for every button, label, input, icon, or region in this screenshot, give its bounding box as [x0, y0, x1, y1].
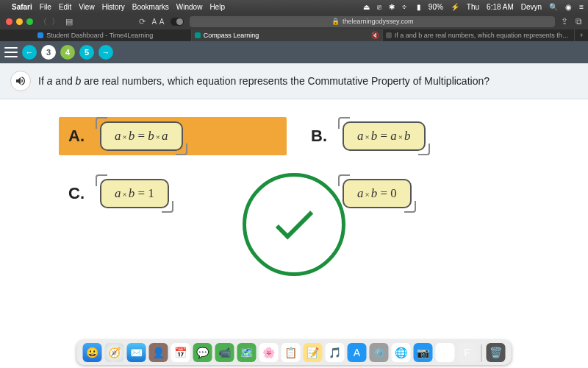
browser-toolbar: 〈 〉 ▤ ⟳ A A 🔒 thelearningodyssey.com ⇪ ⧉ — [0, 13, 588, 29]
bracket-corner-icon — [96, 117, 107, 129]
close-window-button[interactable] — [6, 18, 12, 25]
nav-prev-button[interactable]: ← — [22, 45, 37, 60]
menu-view[interactable]: View — [79, 3, 95, 11]
menu-window[interactable]: Window — [176, 3, 203, 11]
dock-app-itunes[interactable]: 🎵 — [326, 343, 345, 362]
nav-step-5[interactable]: 5 — [79, 45, 94, 60]
tab-search-result[interactable]: If a and b are real numbers, which equat… — [383, 29, 575, 41]
url-text: thelearningodyssey.com — [343, 18, 413, 25]
dock-app-contacts[interactable]: 👤 — [149, 343, 168, 362]
choice-letter: C. — [66, 184, 87, 203]
dock-trash[interactable]: 🗑️ — [487, 343, 506, 362]
dock-app-word[interactable]: W — [436, 343, 455, 362]
bracket-corner-icon — [404, 201, 416, 213]
bluetooth-icon[interactable]: ✱ — [389, 3, 395, 11]
dock-separator — [481, 344, 482, 362]
favicon-icon — [37, 32, 43, 38]
dock-app-appstore[interactable]: A — [348, 343, 367, 362]
checkmark-icon — [268, 199, 320, 250]
address-bar[interactable]: 🔒 thelearningodyssey.com — [190, 16, 555, 27]
equation-box: a×b = 0 — [343, 179, 412, 208]
tabs-icon[interactable]: ⧉ — [576, 16, 582, 26]
window-controls — [6, 18, 33, 25]
text-size-control[interactable]: A A — [151, 18, 165, 26]
dock-app-chrome[interactable]: 🌐 — [392, 343, 411, 362]
read-aloud-button[interactable] — [10, 71, 31, 91]
tab-label: Student Dashboard - Time4Learning — [46, 32, 153, 39]
question-bar: If a and b are real numbers, which equat… — [0, 63, 588, 99]
menu-user[interactable]: Devyn — [521, 3, 542, 11]
bracket-corner-icon — [338, 117, 350, 129]
dock-app-font[interactable]: F — [458, 343, 477, 362]
reader-toggle[interactable] — [171, 18, 184, 26]
menu-file[interactable]: File — [40, 3, 51, 11]
choice-B[interactable]: B. a×b = a×b — [301, 117, 529, 155]
dock-app-photos[interactable]: 🌸 — [259, 343, 279, 362]
bracket-corner-icon — [96, 174, 107, 186]
dock-app-settings[interactable]: ⚙️ — [370, 343, 389, 362]
question-text: If a and b are real numbers, which equat… — [38, 75, 490, 87]
airplay-icon[interactable]: ⏏ — [363, 3, 370, 11]
choice-letter: B. — [309, 127, 329, 146]
reload-icon[interactable]: ⟳ — [139, 17, 146, 26]
dock-app-mail[interactable]: ✉️ — [127, 343, 146, 362]
bracket-corner-icon — [176, 144, 187, 155]
maximize-window-button[interactable] — [26, 18, 33, 25]
menu-time: 6:18 AM — [487, 3, 514, 11]
dock-app-facetime[interactable]: 📹 — [215, 343, 234, 362]
siri-icon[interactable]: ◉ — [565, 3, 572, 11]
menu-hamburger-icon[interactable] — [4, 47, 18, 57]
charging-icon: ⚡ — [451, 3, 459, 11]
dock-app-zoom[interactable]: 📷 — [414, 343, 433, 362]
lock-icon: 🔒 — [331, 18, 340, 25]
forward-button[interactable]: 〉 — [51, 16, 60, 27]
menu-day: Thu — [467, 3, 479, 11]
sidebar-toggle-icon[interactable]: ▤ — [65, 17, 73, 26]
tab-strip: Student Dashboard - Time4Learning Compas… — [0, 29, 588, 41]
battery-percent: 90% — [429, 3, 443, 11]
nav-next-button[interactable]: → — [98, 45, 113, 60]
equation-box: a×b = a×b — [343, 121, 426, 151]
menu-edit[interactable]: Edit — [59, 3, 71, 11]
tab-label: Compass Learning — [204, 32, 259, 39]
mac-dock: 😀🧭✉️👤📅💬📹🗺️🌸📋📝🎵A⚙️🌐📷WF🗑️ — [77, 340, 512, 365]
display-icon[interactable]: ⎚ — [377, 3, 381, 11]
nav-step-3[interactable]: 3 — [41, 45, 56, 60]
dock-app-finder[interactable]: 😀 — [83, 343, 102, 362]
share-icon[interactable]: ⇪ — [561, 16, 568, 26]
dock-app-notes[interactable]: 📝 — [304, 343, 323, 362]
dock-app-safari[interactable]: 🧭 — [105, 343, 124, 362]
tab-student-dashboard[interactable]: Student Dashboard - Time4Learning — [0, 29, 192, 41]
lesson-nav-bar: ← 3 4 5 → — [0, 41, 588, 63]
nav-step-4[interactable]: 4 — [60, 45, 75, 60]
dock-app-reminders[interactable]: 📋 — [282, 343, 301, 362]
menu-help[interactable]: Help — [209, 3, 225, 11]
notification-center-icon[interactable]: ≡ — [579, 3, 584, 11]
dock-app-calendar[interactable]: 📅 — [171, 343, 190, 362]
menu-app-name[interactable]: Safari — [12, 3, 32, 11]
tab-compass-learning[interactable]: Compass Learning🔇 — [192, 29, 384, 41]
spotlight-icon[interactable]: 🔍 — [549, 3, 558, 11]
equation-box: a×b = 1 — [100, 179, 169, 208]
new-tab-button[interactable]: + — [575, 29, 588, 41]
menu-history[interactable]: History — [102, 3, 125, 11]
dock-app-maps[interactable]: 🗺️ — [237, 343, 257, 362]
choice-letter: A. — [66, 127, 87, 146]
battery-icon[interactable]: ▮ — [417, 3, 421, 11]
favicon-icon — [195, 32, 201, 38]
mac-menu-bar: Safari File Edit View History Bookmarks … — [0, 0, 588, 13]
bracket-corner-icon — [418, 144, 430, 155]
bracket-corner-icon — [338, 174, 350, 186]
wifi-icon[interactable]: ᯤ — [402, 3, 409, 11]
answer-area: A. a×b = b×a B. a×b = a×b — [0, 99, 588, 213]
minimize-window-button[interactable] — [16, 18, 23, 25]
tab-audio-icon[interactable]: 🔇 — [371, 32, 379, 39]
bracket-corner-icon — [162, 201, 173, 213]
dock-app-messages[interactable]: 💬 — [193, 343, 212, 362]
equation-box: a×b = b×a — [100, 121, 183, 151]
menu-bookmarks[interactable]: Bookmarks — [132, 3, 169, 11]
speaker-icon — [15, 75, 26, 87]
back-button[interactable]: 〈 — [39, 16, 47, 27]
choice-A[interactable]: A. a×b = b×a — [59, 117, 287, 155]
correct-feedback — [243, 173, 345, 276]
